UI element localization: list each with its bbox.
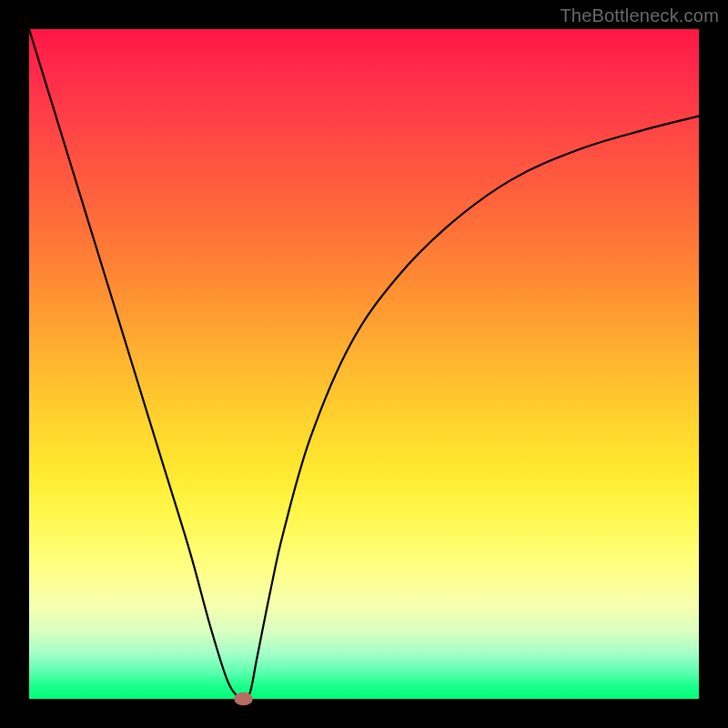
plot-area (29, 29, 699, 699)
bottleneck-curve (29, 29, 699, 699)
watermark-text: TheBottleneck.com (560, 5, 719, 26)
curve-layer (29, 29, 699, 699)
minimum-marker (234, 693, 253, 706)
chart-frame: TheBottleneck.com (0, 0, 728, 728)
